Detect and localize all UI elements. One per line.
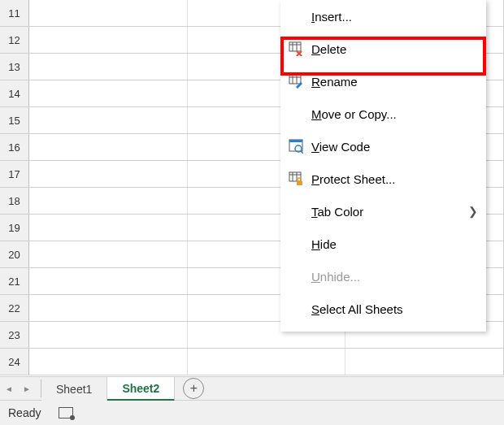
grid-row: 24 [0, 349, 503, 375]
cell[interactable] [29, 27, 188, 53]
row-header[interactable]: 24 [0, 349, 29, 375]
cell[interactable] [345, 349, 503, 375]
submenu-arrow-icon: ❯ [468, 205, 478, 218]
menu-item-insert[interactable]: Insert... [280, 0, 486, 33]
cell[interactable] [29, 0, 188, 26]
menu-item-label: Move or Copy... [311, 107, 478, 121]
cell[interactable] [29, 80, 188, 106]
menu-item-label: Rename [311, 75, 478, 89]
menu-item-label: View Code [311, 140, 478, 154]
row-header[interactable]: 12 [0, 27, 29, 53]
row-header[interactable]: 13 [0, 54, 29, 80]
cell[interactable] [29, 54, 188, 80]
menu-item-rename[interactable]: Rename [280, 65, 486, 98]
cell[interactable] [29, 349, 188, 375]
new-sheet-button[interactable]: + [183, 378, 204, 399]
tab-nav-next[interactable]: ► [18, 384, 36, 393]
menu-item-move[interactable]: Move or Copy... [280, 98, 486, 130]
svg-rect-12 [289, 172, 301, 181]
cell[interactable] [29, 188, 188, 214]
rename-sheet-icon [289, 74, 311, 89]
menu-item-selectall[interactable]: Select All Sheets [280, 293, 486, 325]
row-header[interactable]: 19 [0, 215, 29, 241]
menu-item-delete[interactable]: Delete [280, 33, 486, 65]
menu-item-label: Unhide... [311, 270, 478, 284]
menu-item-label: Hide [311, 237, 478, 251]
svg-rect-0 [289, 42, 301, 51]
cell[interactable] [29, 161, 188, 187]
menu-item-hide[interactable]: Hide [280, 228, 486, 260]
row-header[interactable]: 18 [0, 188, 29, 214]
protect-sheet-icon [289, 171, 311, 186]
menu-item-label: Select All Sheets [311, 302, 478, 316]
menu-item-viewcode[interactable]: View Code [280, 130, 486, 163]
sheet-tab-sheet2[interactable]: Sheet2 [107, 377, 175, 401]
menu-item-protect[interactable]: Protect Sheet... [280, 163, 486, 195]
cell[interactable] [29, 215, 188, 241]
svg-rect-4 [289, 75, 301, 84]
menu-item-tabcolor[interactable]: Tab Color❯ [280, 195, 486, 228]
view-code-icon [289, 139, 311, 154]
row-header[interactable]: 21 [0, 268, 29, 294]
row-header[interactable]: 16 [0, 134, 29, 160]
row-header[interactable]: 14 [0, 80, 29, 106]
svg-line-11 [301, 151, 303, 154]
cell[interactable] [29, 268, 188, 294]
row-header[interactable]: 22 [0, 295, 29, 321]
sheet-tab-bar: ◄ ► Sheet1Sheet2 + [0, 376, 504, 401]
status-ready: Ready [8, 406, 41, 419]
svg-rect-9 [289, 140, 302, 142]
tab-nav-prev[interactable]: ◄ [0, 384, 18, 393]
menu-item-label: Insert... [311, 10, 478, 24]
menu-item-unhide: Unhide... [280, 260, 486, 293]
cell[interactable] [29, 134, 188, 160]
delete-sheet-icon [289, 41, 311, 56]
menu-item-label: Protect Sheet... [311, 172, 478, 186]
svg-rect-16 [297, 181, 302, 185]
row-header[interactable]: 23 [0, 322, 29, 348]
status-bar: Ready [0, 401, 504, 425]
macro-recorder-icon[interactable] [59, 407, 73, 418]
cell[interactable] [188, 349, 346, 375]
row-header[interactable]: 15 [0, 107, 29, 133]
row-header[interactable]: 17 [0, 161, 29, 187]
menu-item-label: Delete [311, 42, 478, 56]
cell[interactable] [29, 295, 188, 321]
row-header[interactable]: 11 [0, 0, 29, 26]
sheet-tab-sheet1[interactable]: Sheet1 [41, 377, 107, 401]
cell[interactable] [29, 322, 188, 348]
row-header[interactable]: 20 [0, 241, 29, 267]
sheet-context-menu: Insert...DeleteRenameMove or Copy...View… [280, 0, 486, 332]
cell[interactable] [29, 241, 188, 267]
menu-item-label: Tab Color [311, 205, 468, 219]
cell[interactable] [29, 107, 188, 133]
